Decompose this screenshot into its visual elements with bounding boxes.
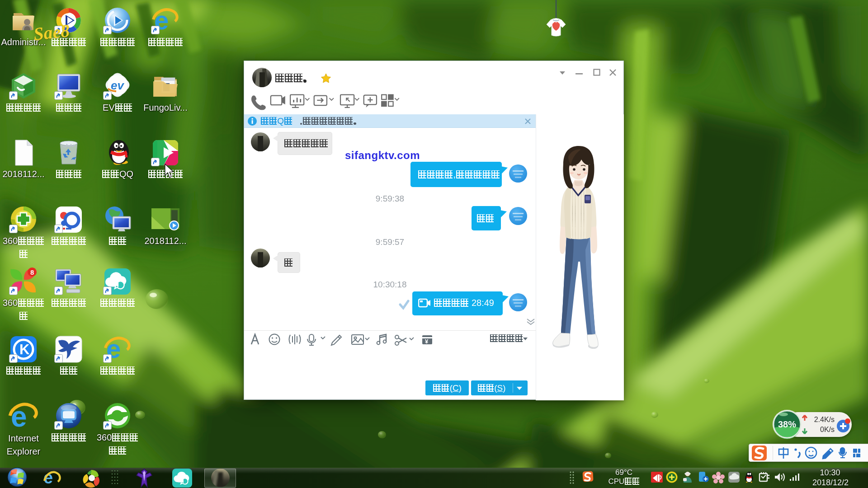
svg-text:¥: ¥ <box>425 338 429 345</box>
svg-text:K: K <box>19 342 30 357</box>
svg-text:38%: 38% <box>778 419 796 429</box>
svg-text:ev: ev <box>111 79 124 92</box>
svg-text:8: 8 <box>30 268 34 276</box>
